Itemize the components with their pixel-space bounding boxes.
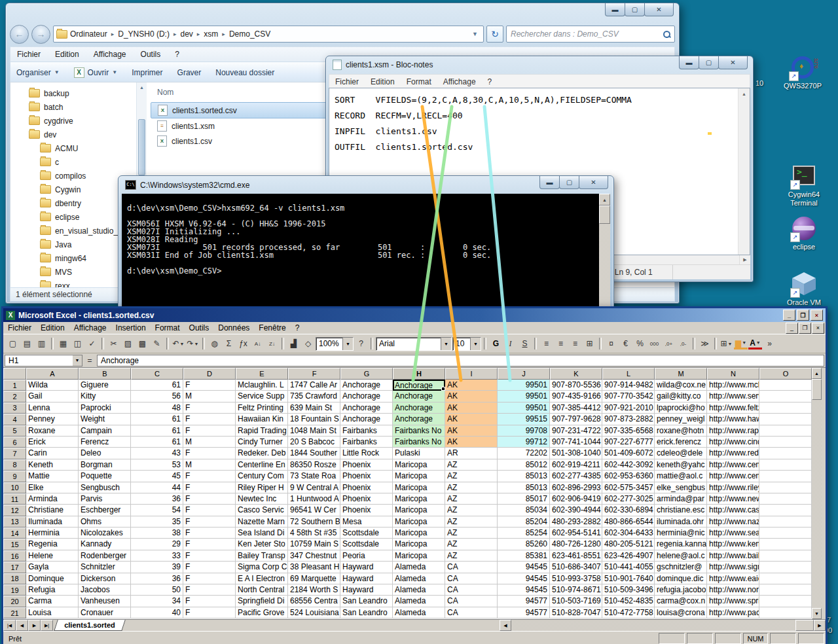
cell-H9[interactable]: Maricopa	[393, 471, 445, 482]
menu-item-affichage[interactable]: Affichage	[437, 76, 482, 88]
cell-B1[interactable]: Giguere	[79, 380, 131, 391]
open-icon[interactable]: ▤	[20, 337, 34, 350]
cell-D15[interactable]: F	[183, 539, 236, 550]
borders-icon[interactable]: ⊞▼	[720, 337, 733, 350]
cell-N11[interactable]: http://www.newtecinc.com	[707, 493, 759, 505]
cell-N9[interactable]: http://www.centurycommun	[707, 471, 759, 482]
cell-C21[interactable]: 40	[131, 607, 183, 618]
cell-C11[interactable]: 36	[131, 493, 183, 505]
tab-scroll-button[interactable]: |◀	[3, 620, 16, 631]
cell-K2[interactable]: 907-435-9166	[550, 391, 602, 402]
cell-F3[interactable]: 639 Main St	[288, 402, 340, 414]
cell-J16[interactable]: 85381	[498, 550, 550, 562]
notepad-vscrollbar[interactable]: ▲	[738, 88, 750, 255]
cell-F18[interactable]: 69 Marquette	[288, 573, 340, 584]
chevron-down-icon[interactable]: ▼	[756, 340, 761, 345]
cell-M1[interactable]: wilda@cox.ne	[655, 380, 707, 391]
cell-F7[interactable]: 1844 Souther	[288, 448, 340, 459]
cell-J10[interactable]: 85013	[498, 482, 550, 493]
cell-D20[interactable]: F	[183, 596, 236, 607]
cell-I7[interactable]: AR	[445, 448, 498, 459]
tree-item-c[interactable]: c	[10, 155, 136, 169]
cell-O15[interactable]	[759, 539, 812, 550]
cell-N2[interactable]: http://www.servicesupplyco	[707, 391, 759, 402]
cell-B13[interactable]: Ohms	[79, 516, 131, 528]
sheet-tab[interactable]: clients1.sorted	[54, 620, 125, 631]
cell-N19[interactable]: http://www.northcentralflsfty	[707, 584, 759, 596]
cell-K17[interactable]: 510-686-3407	[550, 562, 602, 573]
cell-B10[interactable]: Sengbusch	[79, 482, 131, 493]
cell-H13[interactable]: Maricopa	[393, 516, 445, 528]
horizontal-scrollbar[interactable]: ◀ ▶	[500, 620, 826, 631]
increase-indent-icon[interactable]: ≫	[698, 337, 712, 350]
cell-I15[interactable]: AZ	[445, 539, 498, 550]
cell-L15[interactable]: 480-205-5121	[602, 539, 655, 550]
cell-I11[interactable]: AZ	[445, 493, 498, 505]
print-icon[interactable]: ▦	[56, 337, 70, 350]
cell-C6[interactable]: 61	[131, 437, 183, 448]
tree-item-acmu[interactable]: ACMU	[10, 141, 136, 155]
cell-O16[interactable]	[759, 550, 812, 562]
thousands-icon[interactable]: 000	[647, 337, 661, 350]
cell-O10[interactable]	[759, 482, 812, 493]
menu-item-fichier[interactable]: Fichier	[329, 76, 365, 88]
cell-L14[interactable]: 602-304-6433	[602, 528, 655, 539]
percent-style-icon[interactable]: %	[633, 337, 647, 350]
cell-I14[interactable]: AZ	[445, 528, 498, 539]
forward-button[interactable]: →	[31, 25, 50, 44]
cell-G6[interactable]: Fairbanks	[340, 437, 393, 448]
cell-E19[interactable]: North Central	[236, 584, 288, 596]
cell-J13[interactable]: 85204	[498, 516, 550, 528]
cell-H15[interactable]: Maricopa	[393, 539, 445, 550]
breadcrumb-item[interactable]: Demo_CSV	[227, 29, 273, 39]
align-left-icon[interactable]: ≡	[539, 337, 553, 350]
cell-N13[interactable]: http://www.nazettemarnergo	[707, 516, 759, 528]
cell-I10[interactable]: AZ	[445, 482, 498, 493]
cell-F12[interactable]: 96541 W Cer	[288, 505, 340, 516]
cell-H17[interactable]: Alameda	[393, 562, 445, 573]
row-header-3[interactable]: 3	[3, 402, 26, 414]
cell-K12[interactable]: 602-390-4944	[550, 505, 602, 516]
cell-C18[interactable]: 36	[131, 573, 183, 584]
cell-E18[interactable]: E A I Electron	[236, 573, 288, 584]
breadcrumb-item[interactable]: dev	[177, 29, 195, 39]
cell-K16[interactable]: 623-461-8551	[550, 550, 602, 562]
row-header-20[interactable]: 20	[3, 596, 26, 607]
row-header-15[interactable]: 15	[3, 539, 26, 550]
cell-M19[interactable]: refugia.jacobo	[655, 584, 707, 596]
scroll-thumb[interactable]	[795, 620, 814, 631]
cell-D10[interactable]: F	[183, 482, 236, 493]
cell-D11[interactable]: F	[183, 493, 236, 505]
font-size-combo[interactable]: 10▼	[452, 337, 481, 351]
cell-K19[interactable]: 510-974-8671	[550, 584, 602, 596]
cell-H10[interactable]: Maricopa	[393, 482, 445, 493]
cut-icon[interactable]: ✂	[107, 337, 120, 350]
mdi-minimize-button[interactable]: _	[786, 323, 798, 334]
menu-item-?[interactable]: ?	[482, 76, 498, 88]
cell-A5[interactable]: Roxane	[26, 425, 79, 437]
cell-M13[interactable]: iluminada.ohr	[655, 516, 707, 528]
cell-K20[interactable]: 510-503-7169	[550, 596, 602, 607]
cell-A11[interactable]: Arminda	[26, 493, 79, 505]
cell-O9[interactable]	[759, 471, 812, 482]
cell-L21[interactable]: 510-472-7758	[602, 607, 655, 618]
cell-E17[interactable]: Sigma Corp C	[236, 562, 288, 573]
file-item[interactable]: Xclients1.sorted.csv	[151, 102, 334, 118]
cell-N16[interactable]: http://www.baileytransportat	[707, 550, 759, 562]
chevron-down-icon[interactable]: ▼	[742, 340, 746, 345]
cell-C12[interactable]: 54	[131, 505, 183, 516]
cell-C19[interactable]: 50	[131, 584, 183, 596]
breadcrumb-item[interactable]: D_YNSH0 (D:)	[115, 29, 172, 39]
paste-icon[interactable]: ▩	[136, 337, 149, 350]
cell-E8[interactable]: Centerline En	[236, 459, 288, 471]
row-header-11[interactable]: 11	[3, 493, 26, 505]
bold-icon[interactable]: G	[489, 337, 503, 350]
menu-item-help[interactable]: ?	[291, 323, 304, 333]
column-header-F[interactable]: F	[288, 368, 340, 380]
cell-D9[interactable]: F	[183, 471, 236, 482]
formula-input[interactable]: Anchorage	[97, 355, 824, 367]
cell-L19[interactable]: 510-509-3496	[602, 584, 655, 596]
cell-C15[interactable]: 29	[131, 539, 183, 550]
cell-M15[interactable]: regenia.kanna	[655, 539, 707, 550]
cell-D16[interactable]: F	[183, 550, 236, 562]
